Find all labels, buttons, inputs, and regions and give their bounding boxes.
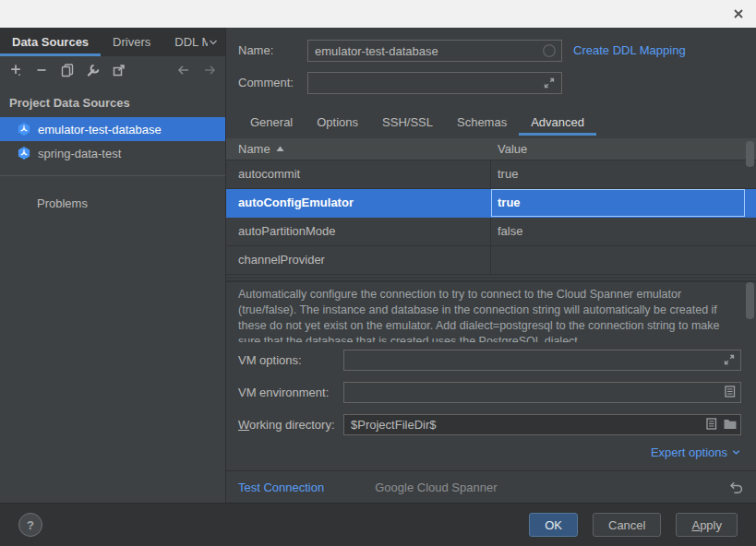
property-value-cell[interactable]: true: [491, 160, 745, 188]
working-directory-label-rest: orking directory:: [249, 418, 334, 432]
expand-icon[interactable]: [722, 352, 737, 367]
comment-label: Comment:: [238, 76, 294, 89]
advanced-properties-table: Name Value autocommit true autoConfigEmu…: [226, 138, 756, 282]
expert-options-label: Expert options: [651, 445, 727, 459]
tab-ssh-ssl-label: SSH/SSL: [382, 115, 433, 129]
datasource-label: emulator-test-database: [38, 123, 162, 136]
driver-name: Google Cloud Spanner: [375, 481, 497, 494]
tab-ddl-mappings-label: DDL M: [174, 35, 208, 49]
settings-tabs: General Options SSH/SSL Schemas Advanced: [238, 109, 596, 136]
expand-icon[interactable]: [542, 76, 557, 90]
data-sources-dialog: Data Sources Drivers DDL M: [0, 28, 756, 546]
column-name-label: Name: [238, 142, 270, 156]
datasource-label: spring-data-test: [38, 147, 121, 160]
tab-ddl-mappings[interactable]: DDL M: [162, 28, 208, 56]
tab-overflow-chevron[interactable]: [208, 28, 225, 56]
table-header[interactable]: Name Value: [226, 138, 756, 160]
tab-data-sources[interactable]: Data Sources: [0, 28, 101, 56]
description-scrollbar-thumb[interactable]: [746, 282, 754, 319]
vm-environment-input[interactable]: [343, 382, 741, 403]
apply-button[interactable]: Apply: [676, 513, 738, 537]
expert-options-link[interactable]: Expert options: [651, 445, 741, 459]
close-icon[interactable]: [729, 5, 748, 23]
sidebar-divider: [0, 175, 225, 176]
property-name-cell[interactable]: autocommit: [226, 160, 491, 188]
name-input[interactable]: [307, 40, 562, 62]
undo-icon[interactable]: [728, 480, 744, 495]
property-description: Automatically configure the connection t…: [226, 278, 756, 342]
working-directory-label: Working directory:: [238, 418, 335, 432]
add-icon[interactable]: [8, 63, 23, 77]
table-row[interactable]: autocommit true: [226, 160, 756, 189]
property-value-cell-focused[interactable]: true: [491, 189, 745, 217]
problems-item[interactable]: Problems: [0, 196, 225, 210]
tab-advanced[interactable]: Advanced: [519, 109, 596, 136]
tab-general-label: General: [250, 115, 293, 129]
sidebar: Data Sources Drivers DDL M: [0, 28, 226, 503]
column-header-value[interactable]: Value: [491, 138, 756, 160]
apply-mnemonic: A: [691, 518, 700, 532]
forward-icon[interactable]: [202, 63, 217, 77]
export-icon[interactable]: [112, 63, 126, 77]
test-connection-link[interactable]: Test Connection: [238, 481, 324, 494]
comment-input[interactable]: [307, 72, 562, 94]
property-name-cell[interactable]: autoPartitionMode: [226, 218, 491, 245]
property-name-cell[interactable]: autoConfigEmulator: [226, 189, 491, 217]
tab-ssh-ssl[interactable]: SSH/SSL: [370, 109, 445, 136]
table-row[interactable]: autoPartitionMode false: [226, 218, 756, 246]
sidebar-tabstrip: Data Sources Drivers DDL M: [0, 28, 225, 56]
window-titlebar: [0, 0, 756, 28]
table-row[interactable]: channelProvider: [226, 246, 756, 275]
sort-ascending-icon: [276, 146, 284, 152]
column-value-label: Value: [498, 142, 527, 156]
remove-icon[interactable]: [34, 63, 49, 77]
working-directory-input[interactable]: [343, 414, 741, 435]
list-icon[interactable]: [704, 417, 718, 431]
apply-label-rest: pply: [700, 518, 722, 532]
ok-button[interactable]: OK: [529, 513, 578, 537]
datasource-item-emulator-test-database[interactable]: emulator-test-database: [0, 117, 225, 141]
vm-options-label: VM options:: [238, 353, 302, 367]
list-icon[interactable]: [723, 385, 737, 398]
table-scrollbar-thumb[interactable]: [746, 141, 754, 167]
column-header-name[interactable]: Name: [226, 138, 491, 160]
spanner-icon: [17, 122, 31, 136]
working-directory-mnemonic: W: [238, 418, 249, 432]
tab-advanced-label: Advanced: [531, 115, 584, 129]
nav-arrows: [176, 63, 217, 77]
dialog-footer: ? OK Cancel Apply: [0, 503, 756, 546]
spanner-icon: [17, 146, 31, 160]
tab-schemas-label: Schemas: [457, 115, 507, 129]
property-name-cell[interactable]: channelProvider: [226, 246, 491, 274]
chevron-down-icon: [208, 37, 219, 48]
back-icon[interactable]: [176, 63, 191, 77]
cancel-button[interactable]: Cancel: [593, 513, 661, 537]
datasource-item-spring-data-test[interactable]: spring-data-test: [0, 141, 225, 165]
chevron-down-icon: [731, 447, 741, 457]
property-value-cell[interactable]: [491, 246, 745, 274]
project-data-sources-title: Project Data Sources: [0, 84, 225, 117]
help-button[interactable]: ?: [18, 513, 42, 537]
vm-environment-label: VM environment:: [238, 386, 329, 399]
wrench-icon[interactable]: [86, 63, 101, 77]
tab-options-label: Options: [317, 115, 358, 129]
create-ddl-mapping-link[interactable]: Create DDL Mapping: [573, 43, 686, 57]
main-panel: Name: Create DDL Mapping Comment: Genera…: [226, 28, 756, 503]
folder-icon[interactable]: [723, 418, 738, 431]
table-row-selected[interactable]: autoConfigEmulator true: [226, 189, 756, 218]
footer-buttons: OK Cancel Apply: [514, 513, 738, 537]
sidebar-toolbar: [0, 56, 225, 84]
tab-schemas[interactable]: Schemas: [445, 109, 519, 136]
vm-options-input[interactable]: [343, 350, 741, 371]
duplicate-icon[interactable]: [60, 63, 75, 77]
tab-options[interactable]: Options: [305, 109, 370, 136]
tab-drivers-label: Drivers: [113, 35, 150, 49]
tab-general[interactable]: General: [238, 109, 305, 136]
tab-data-sources-label: Data Sources: [12, 35, 89, 49]
tab-drivers[interactable]: Drivers: [101, 28, 162, 56]
name-label: Name:: [238, 43, 273, 57]
test-connection-row: Test Connection Google Cloud Spanner: [226, 470, 756, 504]
property-value-cell[interactable]: false: [491, 218, 745, 245]
name-status-circle-icon: [542, 43, 557, 58]
